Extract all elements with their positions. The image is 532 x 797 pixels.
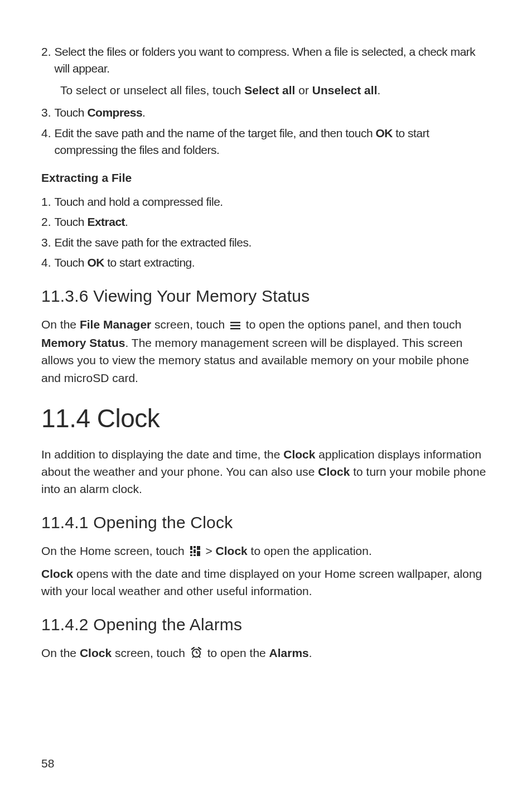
step-text: Edit the save path and the name of the t…: [55, 125, 491, 159]
opening-clock-heading: 11.4.1 Opening the Clock: [41, 513, 491, 532]
menu-icon: [230, 317, 240, 334]
svg-rect-6: [190, 551, 192, 553]
alarm-clock-icon: [191, 645, 202, 663]
step-text: Edit the save path for the extracted fil…: [55, 234, 491, 251]
svg-line-17: [199, 656, 200, 658]
opening-clock-paragraph-2: Clock opens with the date and time displ…: [41, 565, 491, 600]
step-text: Select the files or folders you want to …: [55, 44, 491, 78]
svg-rect-9: [190, 554, 192, 556]
clock-heading: 11.4 Clock: [41, 403, 491, 433]
step-text: Touch OK to start extracting.: [55, 254, 491, 271]
memory-status-heading: 11.3.6 Viewing Your Memory Status: [41, 287, 491, 306]
svg-rect-10: [194, 554, 196, 556]
step-item: 4. Edit the save path and the name of th…: [41, 125, 491, 159]
svg-rect-0: [230, 322, 240, 323]
step-item: 3. Touch Compress.: [41, 104, 491, 121]
step-item: 2. Touch Extract.: [41, 214, 491, 230]
step-number: 4.: [41, 125, 55, 159]
svg-line-14: [192, 648, 194, 649]
step-text: Touch Extract.: [55, 214, 491, 230]
page-number: 58: [41, 757, 54, 770]
extracting-heading: Extracting a File: [41, 171, 491, 185]
nested-note: To select or unselect all files, touch S…: [60, 82, 491, 99]
svg-line-16: [192, 656, 194, 658]
clock-paragraph: In addition to displaying the date and t…: [41, 446, 491, 497]
svg-rect-8: [197, 551, 200, 556]
svg-rect-4: [194, 546, 196, 548]
step-number: 4.: [41, 254, 55, 271]
step-number: 2.: [41, 214, 55, 230]
svg-rect-1: [230, 325, 240, 327]
step-number: 2.: [41, 44, 55, 78]
step-item: 3. Edit the save path for the extracted …: [41, 234, 491, 251]
step-text: Touch and hold a compressed file.: [55, 194, 491, 210]
step-number: 3.: [41, 104, 55, 121]
svg-line-15: [199, 648, 201, 649]
opening-alarms-heading: 11.4.2 Opening the Alarms: [41, 615, 491, 634]
svg-rect-5: [197, 546, 200, 550]
apps-grid-icon: [190, 543, 200, 561]
step-text: Touch Compress.: [55, 104, 491, 121]
svg-rect-7: [194, 549, 196, 553]
step-number: 1.: [41, 194, 55, 210]
step-number: 3.: [41, 234, 55, 251]
opening-clock-paragraph-1: On the Home screen, touch > Clock to ope…: [41, 542, 491, 561]
step-item: 1. Touch and hold a compressed file.: [41, 194, 491, 210]
step-item: 2. Select the files or folders you want …: [41, 44, 491, 78]
opening-alarms-paragraph: On the Clock screen, touch to open the A…: [41, 644, 491, 663]
svg-rect-2: [230, 328, 240, 330]
memory-status-paragraph: On the File Manager screen, touch to ope…: [41, 316, 491, 386]
step-item: 4. Touch OK to start extracting.: [41, 254, 491, 271]
svg-rect-3: [190, 546, 192, 550]
